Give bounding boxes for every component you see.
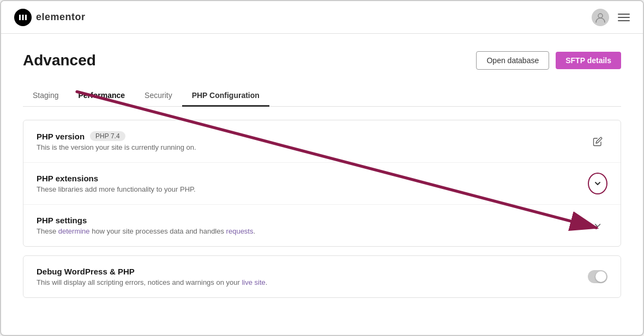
debug-content: Debug WordPress & PHP This will display …: [37, 267, 588, 286]
avatar-icon[interactable]: [592, 9, 609, 26]
svg-point-3: [598, 14, 603, 18]
php-version-row: PHP version PHP 7.4 This is the version …: [23, 120, 621, 163]
php-settings-title: PHP settings: [37, 216, 588, 225]
php-extensions-title: PHP extensions: [37, 174, 588, 183]
tab-security[interactable]: Security: [135, 85, 182, 107]
logo-icon: [14, 9, 32, 26]
php-extensions-desc: These libraries add more functionality t…: [37, 185, 588, 193]
php-version-content: PHP version PHP 7.4 This is the version …: [37, 131, 588, 151]
logo[interactable]: elementor: [14, 9, 86, 26]
main-content: Advanced Open database SFTP details Stag…: [1, 34, 643, 335]
edit-php-version-button[interactable]: [588, 132, 607, 151]
php-version-desc: This is the version your site is current…: [37, 143, 588, 151]
sftp-details-button[interactable]: SFTP details: [556, 52, 621, 69]
chevron-circle-icon[interactable]: [588, 173, 607, 194]
php-settings-desc: These determine how your site processes …: [37, 227, 588, 235]
expand-php-extensions-button[interactable]: [588, 174, 607, 193]
svg-rect-2: [25, 15, 27, 20]
navbar: elementor: [1, 1, 643, 34]
hamburger-icon[interactable]: [618, 14, 630, 21]
php-version-badge: PHP 7.4: [90, 131, 125, 141]
navbar-right: [592, 9, 630, 26]
page-title: Advanced: [23, 52, 96, 69]
debug-desc: This will display all scripting errors, …: [37, 278, 588, 286]
php-version-title: PHP version PHP 7.4: [37, 131, 588, 141]
tab-performance[interactable]: Performance: [68, 85, 135, 107]
debug-title: Debug WordPress & PHP: [37, 267, 588, 276]
page-header: Advanced Open database SFTP details: [23, 51, 621, 70]
php-settings-row: PHP settings These determine how your si…: [23, 205, 621, 246]
logo-text: elementor: [36, 11, 86, 23]
php-settings-content: PHP settings These determine how your si…: [37, 216, 588, 235]
expand-php-settings-button[interactable]: [588, 216, 607, 235]
open-database-button[interactable]: Open database: [476, 51, 549, 70]
php-extensions-row: PHP extensions These libraries add more …: [23, 163, 621, 205]
tabs: Staging Performance Security PHP Configu…: [23, 85, 621, 107]
tab-staging[interactable]: Staging: [23, 85, 68, 107]
tab-php-configuration[interactable]: PHP Configuration: [182, 85, 269, 107]
debug-toggle[interactable]: [588, 267, 607, 286]
debug-row: Debug WordPress & PHP This will display …: [23, 256, 621, 297]
header-actions: Open database SFTP details: [476, 51, 621, 70]
debug-card: Debug WordPress & PHP This will display …: [23, 255, 621, 298]
php-extensions-content: PHP extensions These libraries add more …: [37, 174, 588, 193]
debug-toggle-switch[interactable]: [588, 270, 607, 283]
svg-rect-1: [22, 15, 24, 20]
svg-rect-0: [19, 15, 21, 20]
php-card: PHP version PHP 7.4 This is the version …: [23, 120, 621, 247]
